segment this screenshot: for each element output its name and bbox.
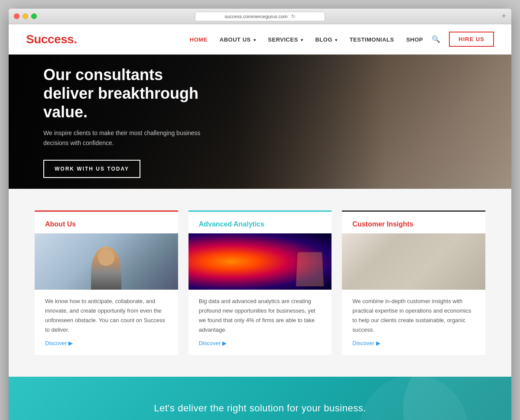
nav-link-blog[interactable]: BLOG ▾ bbox=[315, 36, 337, 43]
card-insights-description: We combine in-depth customer insights wi… bbox=[342, 290, 485, 340]
dropdown-arrow: ▾ bbox=[335, 38, 338, 42]
about-image-graphic bbox=[35, 233, 178, 290]
cards-section: About Us We know how to anticipate, coll… bbox=[9, 189, 511, 377]
cta-text: Let's deliver the right solution for you… bbox=[154, 403, 366, 414]
card-about-discover-link[interactable]: Discover ▶ bbox=[35, 340, 178, 355]
card-insights-title: Customer Insights bbox=[342, 210, 485, 233]
dropdown-arrow: ▾ bbox=[301, 38, 303, 42]
card-about-us: About Us We know how to anticipate, coll… bbox=[35, 210, 178, 355]
browser-window: success.commercegurus.com ↻ + Success. H… bbox=[9, 9, 511, 420]
new-tab-button[interactable]: + bbox=[501, 12, 506, 21]
card-about-title: About Us bbox=[35, 210, 178, 233]
hero-cta-button[interactable]: WORK WITH US TODAY bbox=[43, 160, 140, 178]
search-icon[interactable]: 🔍 bbox=[432, 35, 440, 43]
nav-item-blog[interactable]: BLOG ▾ bbox=[315, 36, 337, 43]
card-about-description: We know how to anticipate, collaborate, … bbox=[35, 290, 178, 340]
address-bar[interactable]: success.commercegurus.com ↻ bbox=[195, 12, 325, 21]
insights-image-graphic bbox=[342, 233, 485, 290]
nav-links: HOME ABOUT US ▾ SERVICES ▾ BLOG bbox=[190, 36, 423, 43]
card-analytics-description: Big data and advanced analytics are crea… bbox=[188, 290, 332, 340]
cta-banner: Let's deliver the right solution for you… bbox=[9, 377, 511, 420]
minimize-button[interactable] bbox=[23, 13, 28, 19]
nav-item-testimonials[interactable]: TESTIMONIALS bbox=[350, 36, 394, 43]
dropdown-arrow: ▾ bbox=[254, 38, 256, 42]
nav-link-services[interactable]: SERVICES ▾ bbox=[268, 36, 303, 43]
nav-item-about[interactable]: ABOUT US ▾ bbox=[220, 36, 256, 43]
hire-us-button[interactable]: HIRE US bbox=[449, 32, 494, 47]
nav-item-home[interactable]: HOME bbox=[190, 36, 208, 43]
card-analytics-title: Advanced Analytics bbox=[188, 210, 332, 233]
close-button[interactable] bbox=[14, 13, 20, 19]
nav-link-shop[interactable]: SHOP bbox=[406, 36, 423, 43]
nav-link-about[interactable]: ABOUT US ▾ bbox=[220, 36, 256, 43]
nav-link-home[interactable]: HOME bbox=[190, 36, 208, 43]
titlebar: success.commercegurus.com ↻ + bbox=[9, 9, 511, 24]
card-insights-image bbox=[342, 233, 485, 290]
hero-title: Our consultants deliver breakthrough val… bbox=[43, 65, 217, 122]
card-about-image bbox=[35, 233, 178, 290]
window-controls bbox=[14, 13, 37, 19]
hero-content: Our consultants deliver breakthrough val… bbox=[9, 65, 251, 178]
card-analytics-discover-link[interactable]: Discover ▶ bbox=[188, 340, 332, 355]
site-logo[interactable]: Success. bbox=[26, 32, 77, 46]
cards-grid: About Us We know how to anticipate, coll… bbox=[35, 210, 485, 355]
site-content: Success. HOME ABOUT US ▾ SERVICES ▾ bbox=[9, 24, 511, 420]
card-analytics-image bbox=[188, 233, 332, 290]
url-text: success.commercegurus.com bbox=[224, 14, 288, 19]
navbar: Success. HOME ABOUT US ▾ SERVICES ▾ bbox=[9, 24, 511, 55]
nav-item-shop[interactable]: SHOP bbox=[406, 36, 423, 43]
hero-subtitle: We inspire clients to make their most ch… bbox=[43, 128, 208, 148]
nav-link-testimonials[interactable]: TESTIMONIALS bbox=[350, 36, 394, 43]
card-analytics: Advanced Analytics Big data and advanced… bbox=[188, 210, 332, 355]
maximize-button[interactable] bbox=[31, 13, 37, 19]
card-insights-discover-link[interactable]: Discover ▶ bbox=[342, 340, 485, 355]
analytics-image-graphic bbox=[188, 233, 332, 290]
refresh-icon[interactable]: ↻ bbox=[291, 13, 296, 19]
card-insights: Customer Insights We combine in-depth cu… bbox=[342, 210, 485, 355]
hero-section: Our consultants deliver breakthrough val… bbox=[9, 55, 511, 189]
nav-item-services[interactable]: SERVICES ▾ bbox=[268, 36, 303, 43]
